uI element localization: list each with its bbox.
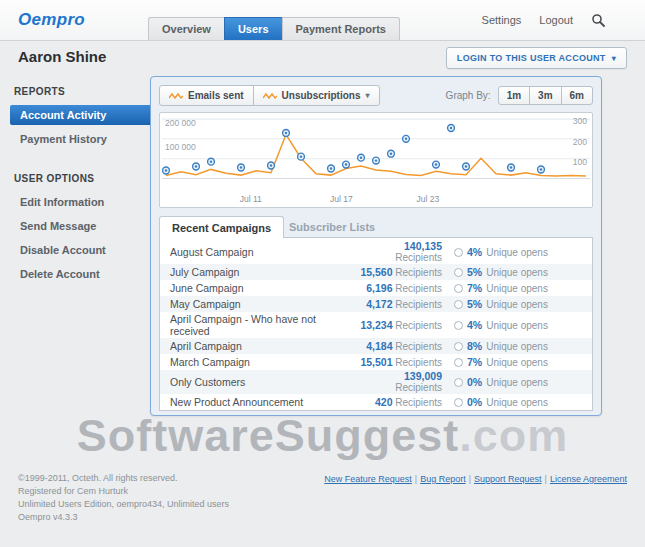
table-row[interactable]: Beta Version Announcement72 Recipients0%… xyxy=(160,410,592,411)
footer-info: ©1999-2011, Octeth. All rights reserved.… xyxy=(18,472,229,524)
graph-by-control: Graph By: 1m3m6m xyxy=(446,86,593,105)
recipients-label: Recipients xyxy=(395,341,442,352)
unsubscriptions-toggle[interactable]: Unsubscriptions ▾ xyxy=(253,85,380,106)
unique-opens-cell: 7%Unique opens xyxy=(454,282,582,294)
x-axis-tick: Jul 11 xyxy=(240,194,262,204)
chevron-down-icon: ▾ xyxy=(612,54,616,63)
sidebar-reports-items: Account ActivityPayment History xyxy=(10,105,150,149)
activity-chart: 200 000 100 000 300 200 100 Jul 11 Jul 1… xyxy=(159,112,593,208)
chart-legend-buttons: Emails sent Unsubscriptions ▾ xyxy=(159,85,380,106)
unique-opens-cell: 0%Unique opens xyxy=(454,396,582,408)
recipients-value: 420 xyxy=(375,396,393,408)
recipients-label: Recipients xyxy=(395,357,442,368)
opens-label: Unique opens xyxy=(486,247,548,258)
logout-link[interactable]: Logout xyxy=(539,14,573,26)
sidebar-item-edit-information[interactable]: Edit Information xyxy=(10,192,150,212)
tab-recent-campaigns[interactable]: Recent Campaigns xyxy=(159,216,284,238)
recipients-label: Recipients xyxy=(395,320,442,331)
right-axis-label: 200 xyxy=(573,137,587,147)
range-button-3m[interactable]: 3m xyxy=(529,86,561,105)
footer-link-bug-report[interactable]: Bug Report xyxy=(420,474,466,484)
account-activity-panel: Emails sent Unsubscriptions ▾ Graph By: … xyxy=(150,76,602,416)
ring-icon xyxy=(454,378,463,387)
emails-sent-toggle[interactable]: Emails sent xyxy=(159,85,254,106)
link-separator: | xyxy=(415,474,417,484)
unique-opens-cell: 8%Unique opens xyxy=(454,340,582,352)
activity-chart-canvas xyxy=(160,113,592,207)
opens-label: Unique opens xyxy=(486,341,548,352)
unique-opens-cell: 7%Unique opens xyxy=(454,356,582,368)
opens-percent: 0% xyxy=(467,376,482,388)
emails-sent-label: Emails sent xyxy=(188,90,244,101)
tab-payment-reports[interactable]: Payment Reports xyxy=(282,17,400,40)
table-row[interactable]: New Product Announcement420 Recipients0%… xyxy=(160,394,592,410)
footer-link-new-feature-request[interactable]: New Feature Request xyxy=(324,474,412,484)
recipients-value: 15,560 xyxy=(360,266,392,278)
link-separator: | xyxy=(545,474,547,484)
footer-line: Registered for Cem Hurturk xyxy=(18,485,229,498)
campaign-name: May Campaign xyxy=(170,298,327,310)
table-row[interactable]: August Campaign140,135 Recipients4%Uniqu… xyxy=(160,240,592,264)
unique-opens-cell: 5%Unique opens xyxy=(454,298,582,310)
graph-by-label: Graph By: xyxy=(446,90,491,101)
opens-percent: 7% xyxy=(467,282,482,294)
campaign-name: New Product Announcement xyxy=(170,396,327,408)
range-button-1m[interactable]: 1m xyxy=(498,86,530,105)
login-to-user-account-button[interactable]: LOGIN TO THIS USER ACCOUNT ▾ xyxy=(446,47,627,69)
sidebar-item-payment-history[interactable]: Payment History xyxy=(10,129,150,149)
sidebar-item-account-activity[interactable]: Account Activity xyxy=(10,105,150,125)
recipients-cell: 15,501 Recipients xyxy=(327,357,442,368)
table-row[interactable]: May Campaign4,172 Recipients5%Unique ope… xyxy=(160,296,592,312)
ring-icon xyxy=(454,358,463,367)
table-row[interactable]: April Campaign4,184 Recipients8%Unique o… xyxy=(160,338,592,354)
tab-users[interactable]: Users xyxy=(224,17,282,40)
watermark-suffix: .com xyxy=(459,410,568,461)
recipients-label: Recipients xyxy=(395,299,442,310)
campaign-tabs: Recent Campaigns Subscriber Lists xyxy=(159,216,593,238)
sidebar-item-disable-account[interactable]: Disable Account xyxy=(10,240,150,260)
opens-label: Unique opens xyxy=(486,267,548,278)
ring-icon xyxy=(454,284,463,293)
ring-icon xyxy=(454,248,463,257)
range-buttons: 1m3m6m xyxy=(498,86,593,105)
left-axis-label: 200 000 xyxy=(165,118,196,128)
recipients-value: 13,234 xyxy=(360,319,392,331)
recipients-value: 6,196 xyxy=(366,282,392,294)
table-row[interactable]: June Campaign6,196 Recipients7%Unique op… xyxy=(160,280,592,296)
x-axis-tick: Jul 23 xyxy=(416,194,439,204)
recipients-value: 15,501 xyxy=(360,356,392,368)
watermark: SoftwareSuggest.com xyxy=(0,410,645,462)
table-row[interactable]: March Campaign15,501 Recipients7%Unique … xyxy=(160,354,592,370)
opens-label: Unique opens xyxy=(486,299,548,310)
unique-opens-cell: 5%Unique opens xyxy=(454,266,582,278)
recipients-cell: 139,009 Recipients xyxy=(327,371,442,393)
footer-link-support-request[interactable]: Support Request xyxy=(474,474,542,484)
campaign-name: July Campaign xyxy=(170,266,327,278)
settings-link[interactable]: Settings xyxy=(482,14,522,26)
footer-line: Unlimited Users Edition, oempro434, Unli… xyxy=(18,498,229,511)
recipients-cell: 140,135 Recipients xyxy=(327,241,442,263)
tab-overview[interactable]: Overview xyxy=(148,17,224,40)
link-separator: | xyxy=(469,474,471,484)
table-row[interactable]: Only Customers139,009 Recipients0%Unique… xyxy=(160,370,592,394)
top-bar: Oempro OverviewUsersPayment Reports Sett… xyxy=(0,0,645,41)
unique-opens-cell: 4%Unique opens xyxy=(454,246,582,258)
recipients-value: 4,184 xyxy=(366,340,392,352)
sidebar-item-send-message[interactable]: Send Message xyxy=(10,216,150,236)
opens-label: Unique opens xyxy=(486,397,548,408)
unique-opens-cell: 0%Unique opens xyxy=(454,376,582,388)
table-row[interactable]: April Campaign - Who have not received13… xyxy=(160,312,592,338)
tab-subscriber-lists[interactable]: Subscriber Lists xyxy=(277,216,387,238)
search-icon[interactable] xyxy=(591,13,605,27)
watermark-text: SoftwareSuggest xyxy=(77,410,460,461)
campaign-name: April Campaign xyxy=(170,340,327,352)
chart-toolbar: Emails sent Unsubscriptions ▾ Graph By: … xyxy=(159,85,593,106)
range-button-6m[interactable]: 6m xyxy=(561,86,593,105)
table-row[interactable]: July Campaign15,560 Recipients5%Unique o… xyxy=(160,264,592,280)
footer-link-license-agreement[interactable]: License Agreement xyxy=(550,474,627,484)
sidebar-item-delete-account[interactable]: Delete Account xyxy=(10,264,150,284)
unsubscriptions-label: Unsubscriptions xyxy=(282,90,361,101)
ring-icon xyxy=(454,321,463,330)
sidebar-section-reports: REPORTS xyxy=(10,86,150,97)
x-axis-tick: Jul 17 xyxy=(330,194,353,204)
